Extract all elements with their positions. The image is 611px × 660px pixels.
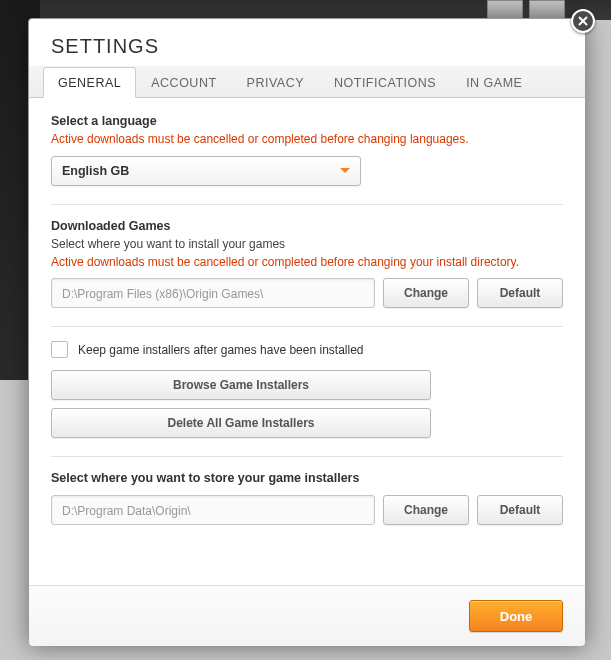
install-change-button[interactable]: Change xyxy=(383,278,469,308)
close-icon xyxy=(578,16,588,26)
settings-content[interactable]: Select a language Active downloads must … xyxy=(29,98,585,585)
chevron-down-icon xyxy=(340,168,350,173)
tab-ingame[interactable]: IN GAME xyxy=(451,67,537,98)
tab-general[interactable]: GENERAL xyxy=(43,67,136,98)
language-warning: Active downloads must be cancelled or co… xyxy=(51,132,563,148)
installer-path-input[interactable]: D:\Program Data\Origin\ xyxy=(51,495,375,525)
delete-installers-button[interactable]: Delete All Game Installers xyxy=(51,408,431,438)
language-heading: Select a language xyxy=(51,114,563,128)
install-path-input[interactable]: D:\Program Files (x86)\Origin Games\ xyxy=(51,278,375,308)
download-warning: Active downloads must be cancelled or co… xyxy=(51,255,563,271)
done-button[interactable]: Done xyxy=(469,600,563,632)
tab-privacy[interactable]: PRIVACY xyxy=(232,67,319,98)
close-button[interactable] xyxy=(571,9,595,33)
installer-location-heading: Select where you want to store your game… xyxy=(51,471,563,485)
installer-change-button[interactable]: Change xyxy=(383,495,469,525)
download-subtext: Select where you want to install your ga… xyxy=(51,237,563,251)
language-selected-value: English GB xyxy=(62,164,129,178)
settings-modal: SETTINGS GENERAL ACCOUNT PRIVACY NOTIFIC… xyxy=(28,18,586,643)
language-select[interactable]: English GB xyxy=(51,156,361,186)
tab-account[interactable]: ACCOUNT xyxy=(136,67,231,98)
install-default-button[interactable]: Default xyxy=(477,278,563,308)
keep-installers-checkbox[interactable] xyxy=(51,341,68,358)
download-heading: Downloaded Games xyxy=(51,219,563,233)
tabstrip: GENERAL ACCOUNT PRIVACY NOTIFICATIONS IN… xyxy=(29,66,585,98)
modal-title: SETTINGS xyxy=(29,19,585,66)
divider xyxy=(51,326,563,327)
divider xyxy=(51,204,563,205)
modal-footer: Done xyxy=(29,585,585,646)
browse-installers-button[interactable]: Browse Game Installers xyxy=(51,370,431,400)
divider xyxy=(51,456,563,457)
tab-notifications[interactable]: NOTIFICATIONS xyxy=(319,67,451,98)
installer-default-button[interactable]: Default xyxy=(477,495,563,525)
keep-installers-label: Keep game installers after games have be… xyxy=(78,343,364,357)
